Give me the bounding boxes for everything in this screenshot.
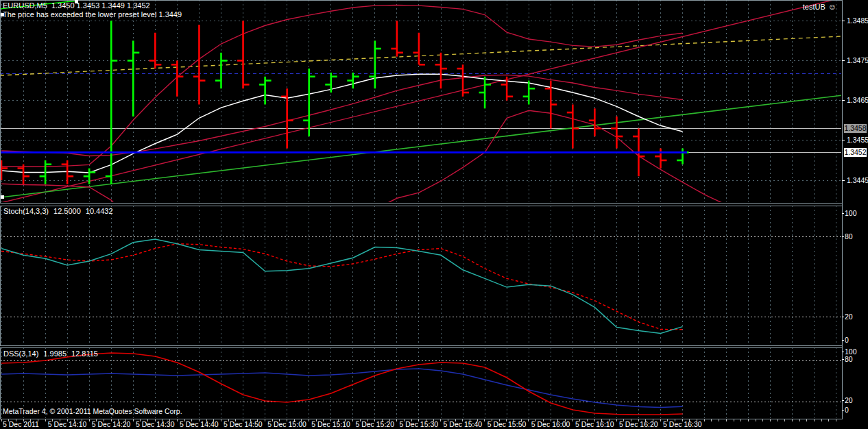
price-tag-gray-1-3458: 1.3458 — [844, 124, 867, 133]
time-axis-label: 5 Dec 14:50 — [224, 420, 263, 428]
time-axis-label: 5 Dec 14:20 — [92, 420, 131, 428]
stoch-axis-label: 20 — [845, 312, 853, 321]
time-axis-label: 5 Dec 14:30 — [136, 420, 175, 428]
time-axis-label: 5 Dec 14:10 — [48, 420, 87, 428]
price-alert-text: The price has exceeded the lower preset … — [3, 10, 182, 19]
chart-background — [0, 0, 868, 429]
time-axis-label: 5 Dec 15:40 — [444, 420, 483, 428]
dss-name: DSS(3,14) — [3, 350, 38, 358]
dss-axis-label: 80 — [845, 355, 853, 363]
watermark-label: testUB — [803, 3, 825, 11]
price-axis-label: 1.3465 — [847, 96, 868, 104]
price-axis-label: 1.3485 — [847, 16, 868, 25]
time-axis-label: 5 Dec 2011 — [3, 420, 39, 428]
dss-axis-label: 20 — [845, 396, 853, 404]
smiley-icon: ☺ — [828, 2, 836, 12]
copyright-text: MetaTrader 4, © 2001-2011 MetaQuotes Sof… — [3, 407, 182, 415]
stoch-axis-label: 100 — [845, 209, 857, 217]
stoch-signal-value: 10.4432 — [86, 207, 113, 215]
stoch-axis-label: 0 — [845, 336, 849, 344]
stoch-axis-label: 80 — [845, 232, 853, 241]
account-watermark: testUB☺ — [803, 3, 836, 11]
stoch-main-value: 12.5000 — [53, 207, 81, 215]
mt4-chart-window: 1.34851.34751.34651.34551.34451008020010… — [0, 0, 868, 429]
stoch-name: Stoch(14,3,3) — [3, 207, 49, 215]
symbol-ohlc-title: EURUSD,M5 1.3450 1.3453 1.3449 1.3452 — [3, 1, 150, 10]
time-axis-label: 5 Dec 15:50 — [487, 420, 527, 428]
time-axis-label: 5 Dec 14:40 — [180, 420, 219, 428]
time-axis-label: 5 Dec 15:00 — [267, 420, 306, 428]
time-axis-label: 5 Dec 15:20 — [355, 420, 394, 428]
time-axis-label: 5 Dec 15:10 — [311, 420, 350, 428]
time-axis-label: 5 Dec 16:10 — [575, 420, 614, 428]
time-axis-label: 5 Dec 16:00 — [531, 420, 570, 428]
time-axis-label: 5 Dec 15:30 — [399, 420, 438, 428]
time-axis-label: 5 Dec 16:20 — [619, 420, 658, 428]
dss-blue-value: 12.8115 — [71, 350, 98, 358]
dss-indicator-label: DSS(3,14)1.998512.8115 — [3, 350, 98, 358]
stochastic-indicator-label: Stoch(14,3,3)12.500010.4432 — [3, 207, 113, 215]
price-axis-label: 1.3455 — [847, 136, 868, 144]
price-tag-bid-1-3452: 1.3452 — [844, 148, 867, 157]
chart-canvas[interactable]: 1.34851.34751.34651.34551.34451008020010… — [0, 0, 868, 429]
dss-red-value: 1.9985 — [43, 350, 67, 358]
price-axis-label: 1.3445 — [847, 176, 868, 184]
dss-axis-label: 0 — [845, 406, 849, 414]
price-axis-label: 1.3475 — [847, 56, 868, 64]
time-axis-label: 5 Dec 16:30 — [663, 420, 702, 428]
